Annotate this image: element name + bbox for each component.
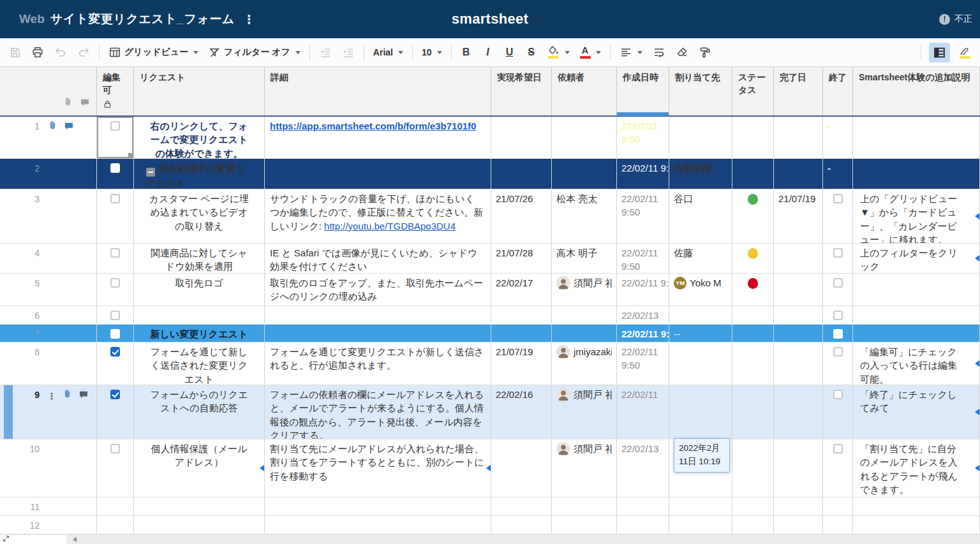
closed-cell[interactable] bbox=[823, 189, 853, 243]
edit-cell[interactable] bbox=[97, 439, 134, 497]
detail-cell[interactable]: 割り当て先にメールアドレスが入れられた場合、割り当てをアラートするとともに、別の… bbox=[265, 439, 491, 497]
assignee-cell[interactable] bbox=[669, 342, 732, 385]
closed-checkbox[interactable] bbox=[833, 311, 843, 320]
edit-checkbox[interactable] bbox=[110, 163, 120, 173]
closed-cell[interactable] bbox=[823, 306, 853, 324]
expand-corner-button[interactable] bbox=[0, 535, 66, 544]
column-header-request[interactable]: リクエスト bbox=[134, 67, 265, 115]
closed-checkbox[interactable] bbox=[833, 194, 843, 203]
note-cell[interactable]: 上のフィルターをクリック bbox=[853, 244, 980, 273]
column-header-status[interactable]: ステータス bbox=[732, 67, 774, 115]
cell-link[interactable]: http://youtu.be/TGDBApo3DU4 bbox=[324, 221, 456, 232]
scroll-left-arrow[interactable] bbox=[73, 537, 77, 542]
closed-cell[interactable]: - bbox=[823, 117, 853, 158]
cell-link[interactable]: https://app.smartsheet.com/b/form/e3b710… bbox=[270, 121, 476, 131]
done-cell[interactable] bbox=[774, 159, 823, 189]
note-cell[interactable] bbox=[853, 497, 980, 515]
note-cell[interactable] bbox=[853, 325, 980, 342]
edit-checkbox[interactable] bbox=[110, 329, 120, 339]
overflow-marker-icon[interactable] bbox=[975, 360, 979, 367]
detail-cell[interactable] bbox=[265, 497, 491, 515]
created-cell[interactable]: 22/02/13 bbox=[617, 306, 669, 324]
outdent-button[interactable] bbox=[318, 44, 333, 61]
wish-cell[interactable]: 21/07/28 bbox=[491, 244, 552, 273]
detail-cell[interactable]: https://app.smartsheet.com/b/form/e3b710… bbox=[265, 117, 491, 158]
done-cell[interactable] bbox=[774, 306, 823, 324]
created-cell[interactable]: 22/02/13 bbox=[617, 439, 669, 497]
paperclip-icon[interactable] bbox=[47, 121, 58, 134]
detail-cell[interactable] bbox=[265, 516, 491, 534]
detail-cell[interactable] bbox=[265, 159, 491, 189]
sheet-menu-icon[interactable]: ⋮ bbox=[243, 12, 255, 27]
created-cell[interactable]: 22/02/11 9:50 bbox=[617, 244, 669, 273]
detail-cell[interactable]: 取引先のロゴをアップ、また、取引先ホームページへのリンクの埋め込み bbox=[265, 274, 491, 305]
done-cell[interactable]: 21/07/19 bbox=[774, 189, 823, 243]
paperclip-icon[interactable] bbox=[62, 389, 73, 402]
overflow-marker-icon[interactable] bbox=[260, 465, 264, 471]
assignee-cell[interactable] bbox=[669, 117, 732, 158]
request-cell[interactable] bbox=[134, 306, 265, 324]
note-cell[interactable] bbox=[853, 274, 980, 305]
created-cell[interactable] bbox=[617, 516, 669, 534]
done-cell[interactable] bbox=[774, 325, 823, 342]
row-number[interactable]: 8 bbox=[0, 346, 40, 357]
overflow-marker-icon[interactable] bbox=[975, 465, 979, 471]
edit-cell[interactable] bbox=[97, 189, 134, 243]
done-cell[interactable] bbox=[774, 385, 823, 439]
status-cell[interactable] bbox=[732, 274, 774, 305]
row-number[interactable]: 2 bbox=[0, 163, 40, 173]
created-cell[interactable]: 22/02/11 9:50 bbox=[617, 189, 669, 243]
request-cell[interactable]: フォームからのリクエストへの自動応答 bbox=[134, 385, 265, 439]
assignee-cell[interactable] bbox=[669, 306, 732, 324]
font-color-button[interactable]: A bbox=[579, 44, 602, 61]
status-dot-yellow[interactable] bbox=[748, 248, 758, 259]
detail-cell[interactable]: IE と Safari では画像が見にくいため、シャドウ効果を付けてください bbox=[265, 244, 491, 273]
assignee-cell[interactable]: YMYoko M bbox=[669, 274, 732, 305]
status-cell[interactable] bbox=[732, 117, 774, 158]
closed-checkbox[interactable] bbox=[833, 248, 843, 258]
requester-cell[interactable] bbox=[552, 306, 617, 324]
done-cell[interactable] bbox=[774, 244, 823, 273]
request-cell[interactable] bbox=[134, 516, 265, 534]
edit-cell[interactable] bbox=[97, 159, 134, 189]
done-cell[interactable] bbox=[774, 516, 823, 534]
edit-checkbox[interactable] bbox=[110, 311, 120, 320]
edit-cell[interactable] bbox=[97, 325, 134, 342]
request-cell[interactable]: 新しい変更リクエスト bbox=[134, 325, 265, 342]
status-cell[interactable] bbox=[732, 306, 774, 324]
wish-cell[interactable]: 22/02/17 bbox=[491, 274, 552, 305]
status-cell[interactable] bbox=[732, 516, 774, 534]
status-dot-red[interactable] bbox=[748, 278, 758, 289]
collapse-icon[interactable] bbox=[146, 168, 155, 177]
status-cell[interactable] bbox=[732, 159, 774, 189]
format-painter-button[interactable] bbox=[697, 44, 713, 61]
request-cell[interactable]: 現在処理中の変更リクエスト bbox=[134, 159, 265, 189]
wish-cell[interactable] bbox=[491, 117, 552, 158]
edit-cell[interactable] bbox=[97, 516, 134, 534]
closed-checkbox[interactable] bbox=[833, 329, 843, 339]
edit-cell[interactable] bbox=[97, 244, 134, 273]
borders-button[interactable] bbox=[929, 43, 950, 62]
requester-cell[interactable]: 須間戸 礼 bbox=[552, 439, 617, 497]
closed-checkbox[interactable] bbox=[833, 444, 843, 453]
assignee-cell[interactable]: 内部使用 bbox=[669, 159, 732, 189]
strikethrough-button[interactable]: S bbox=[524, 45, 538, 60]
status-cell[interactable] bbox=[732, 342, 774, 385]
status-cell[interactable] bbox=[732, 244, 774, 273]
request-cell[interactable]: 個人情報保護（メールアドレス） bbox=[134, 439, 265, 497]
fill-color-button[interactable] bbox=[546, 44, 571, 61]
status-cell[interactable] bbox=[732, 325, 774, 342]
align-button[interactable] bbox=[618, 44, 644, 61]
status-cell[interactable] bbox=[732, 189, 774, 243]
underline-button[interactable]: U bbox=[503, 45, 517, 60]
column-header-wish[interactable]: 実現希望日 bbox=[491, 67, 552, 115]
wish-cell[interactable] bbox=[491, 306, 552, 324]
row-number[interactable]: 1 bbox=[0, 121, 40, 131]
detail-cell[interactable]: フォームの依頼者の欄にメールアドレスを入れると、メールでアラートが来るようにする… bbox=[265, 385, 491, 439]
column-header-edit[interactable]: 編集可 bbox=[97, 67, 134, 115]
row-number[interactable]: 11 bbox=[0, 501, 40, 512]
alert-area[interactable]: ! 不正 bbox=[939, 13, 972, 25]
edit-cell[interactable] bbox=[97, 274, 134, 305]
detail-cell[interactable] bbox=[265, 306, 491, 324]
request-cell[interactable]: カスタマー ページに埋め込まれているビデオの取り替え bbox=[134, 189, 265, 243]
